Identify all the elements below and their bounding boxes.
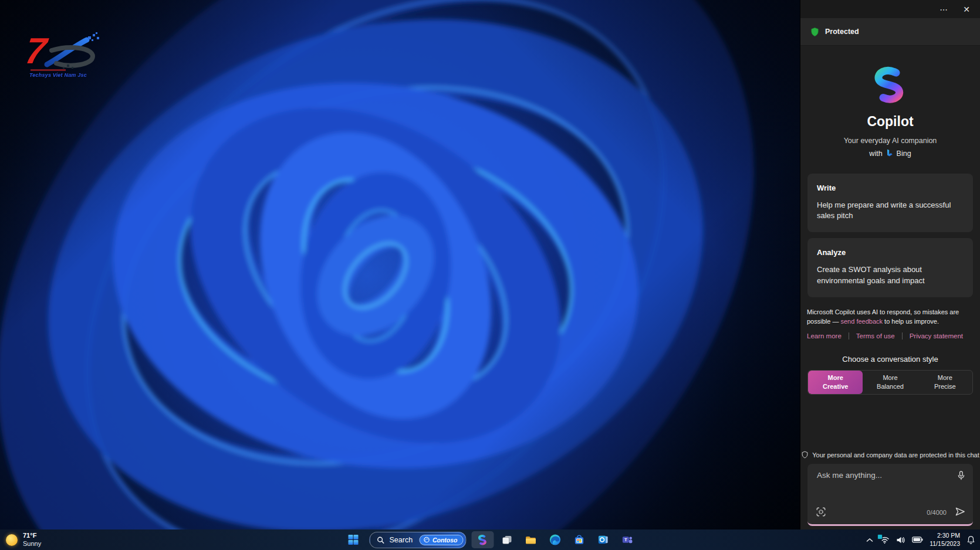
- start-button[interactable]: [342, 531, 364, 548]
- system-tray: 2:30 PM 11/15/2023: [866, 532, 975, 548]
- speaker-icon[interactable]: [896, 536, 905, 544]
- edge-glyph: [549, 534, 561, 546]
- techsys-logo-caption: Techsys Viet Nam Jsc: [29, 72, 87, 78]
- folder-glyph: [525, 534, 538, 546]
- copilot-taskbar-glyph: [477, 534, 489, 546]
- copilot-brand: Copilot Your everyday AI companion with …: [800, 64, 980, 158]
- composer-area: Your personal and company data are prote…: [800, 451, 980, 529]
- divider: [902, 332, 903, 339]
- privacy-statement-link[interactable]: Privacy statement: [910, 332, 963, 339]
- wallpaper-vignette: [0, 0, 800, 529]
- card-category: Analyze: [817, 248, 964, 257]
- screen: 7 Techsys Viet Nam Jsc: [0, 0, 980, 550]
- style-line1: More: [828, 374, 843, 382]
- chat-composer: 0/4000: [807, 464, 973, 526]
- style-line2: Creative: [823, 382, 848, 391]
- send-feedback-link[interactable]: send feedback: [840, 318, 883, 325]
- edge-browser-icon[interactable]: [544, 531, 566, 548]
- copilot-logo-icon: [869, 64, 911, 107]
- card-text: Help me prepare and write a successful s…: [817, 200, 964, 221]
- chat-input[interactable]: [816, 470, 947, 498]
- taskbar-search[interactable]: Search Contoso: [370, 532, 467, 548]
- teams-icon[interactable]: T: [616, 531, 638, 548]
- style-more-precise[interactable]: More Precise: [918, 371, 972, 394]
- bing-logo-icon: [886, 149, 894, 158]
- file-explorer-icon[interactable]: [520, 531, 542, 548]
- techsys-logo-swoosh: [36, 30, 104, 75]
- microsoft-store-icon[interactable]: [568, 531, 590, 548]
- copilot-subtitle: Your everyday AI companion: [844, 137, 937, 145]
- more-options-button[interactable]: ⋯: [940, 5, 948, 13]
- with-bing-row: with Bing: [869, 149, 911, 158]
- weather-condition: Sunny: [23, 540, 41, 548]
- divider: [849, 332, 849, 339]
- battery-icon[interactable]: [912, 537, 923, 543]
- privacy-note: Your personal and company data are prote…: [800, 451, 980, 459]
- copilot-title: Copilot: [867, 114, 913, 130]
- task-view-glyph: [501, 534, 513, 546]
- clock-widget[interactable]: 2:30 PM 11/15/2023: [930, 532, 960, 548]
- windows-start-icon: [347, 534, 359, 545]
- clock-time: 2:30 PM: [937, 532, 960, 540]
- bing-word: Bing: [897, 150, 911, 158]
- outlook-icon[interactable]: [592, 531, 614, 548]
- style-more-creative[interactable]: More Creative: [808, 371, 863, 394]
- mic-icon: [956, 470, 967, 481]
- clock-date: 11/15/2023: [930, 540, 960, 548]
- send-button[interactable]: [954, 505, 967, 520]
- shield-outline-icon: [801, 451, 809, 459]
- contoso-logo-icon: [424, 537, 430, 543]
- mic-button[interactable]: [955, 469, 968, 484]
- shield-protected-icon: [810, 27, 820, 37]
- techsys-logo: 7 Techsys Viet Nam Jsc: [26, 33, 103, 87]
- style-more-balanced[interactable]: More Balanced: [863, 371, 917, 394]
- suggestion-card-write[interactable]: Write Help me prepare and write a succes…: [807, 174, 973, 232]
- contoso-label: Contoso: [432, 537, 458, 544]
- ai-disclaimer: Microsoft Copilot uses AI to respond, so…: [800, 307, 980, 327]
- protected-label: Protected: [825, 28, 859, 36]
- search-label: Search: [390, 536, 413, 544]
- style-line1: More: [883, 374, 897, 382]
- teams-glyph: T: [621, 534, 633, 546]
- conversation-style-heading: Choose a conversation style: [800, 355, 980, 364]
- sun-icon: [6, 534, 18, 546]
- suggestion-card-analyze[interactable]: Analyze Create a SWOT analysis about env…: [807, 238, 973, 297]
- footer-links: Learn more Terms of use Privacy statemen…: [800, 332, 980, 339]
- send-icon: [955, 506, 966, 517]
- tray-chevron-up-icon[interactable]: [866, 538, 873, 542]
- search-icon: [377, 536, 385, 544]
- close-button[interactable]: ✕: [963, 5, 970, 13]
- weather-temp: 71°F: [23, 532, 41, 539]
- svg-text:T: T: [624, 537, 627, 542]
- protected-banner: Protected: [800, 18, 980, 46]
- taskbar-copilot-icon[interactable]: [472, 531, 494, 548]
- taskbar: 71°F Sunny Search: [0, 529, 980, 550]
- wifi-badge: [877, 534, 883, 539]
- disclaimer-text-end: to help us improve.: [883, 318, 939, 325]
- copilot-panel: ⋯ ✕ Protected Copilot Your ev: [800, 0, 980, 529]
- card-text: Create a SWOT analysis about environment…: [817, 264, 964, 286]
- card-category: Write: [817, 184, 964, 192]
- notifications-bell-icon[interactable]: [967, 535, 975, 545]
- conversation-style-tabs: More Creative More Balanced More Precise: [807, 370, 973, 395]
- style-line2: Balanced: [877, 382, 904, 391]
- task-view-icon[interactable]: [496, 531, 518, 548]
- style-line2: Precise: [934, 382, 956, 391]
- outlook-glyph: [597, 534, 609, 546]
- copilot-titlebar: ⋯ ✕: [800, 0, 980, 18]
- wifi-icon[interactable]: [880, 536, 890, 544]
- visual-search-button[interactable]: [815, 505, 827, 520]
- desktop-wallpaper: 7 Techsys Viet Nam Jsc: [0, 0, 800, 529]
- taskbar-center: Search Contoso: [342, 531, 638, 548]
- char-counter: 0/4000: [927, 509, 947, 516]
- terms-of-use-link[interactable]: Terms of use: [856, 332, 895, 339]
- store-glyph: [573, 534, 585, 546]
- composer-toolbar: 0/4000: [815, 505, 967, 520]
- suggestion-cards: Write Help me prepare and write a succes…: [800, 174, 980, 297]
- privacy-note-text: Your personal and company data are prote…: [812, 451, 979, 459]
- contoso-badge: Contoso: [420, 535, 464, 545]
- style-line1: More: [938, 374, 952, 382]
- visual-search-icon: [816, 507, 826, 517]
- weather-widget[interactable]: 71°F Sunny: [6, 532, 41, 547]
- learn-more-link[interactable]: Learn more: [807, 332, 842, 339]
